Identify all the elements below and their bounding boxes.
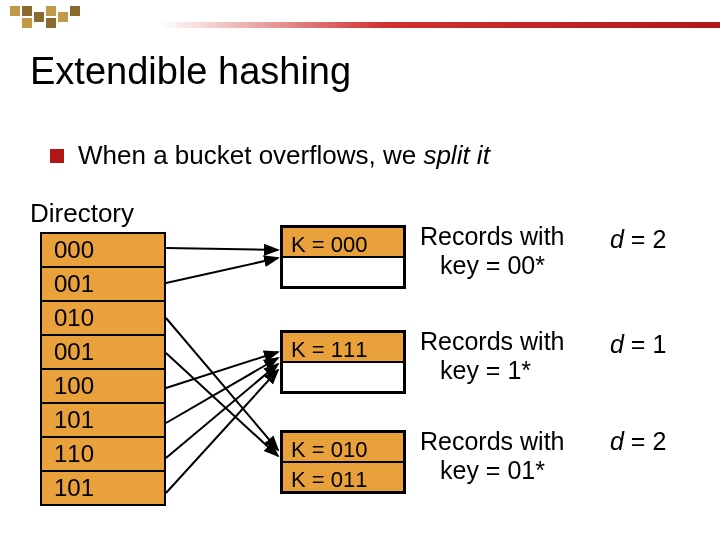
slide-title: Extendible hashing — [30, 50, 351, 93]
bucket-a-depth: d = 2 — [610, 225, 666, 254]
bucket-b-note: Records with key = 1* — [420, 327, 565, 385]
bucket-c: K = 010 K = 011 — [280, 430, 406, 494]
bucket-row — [283, 363, 403, 391]
bucket-row: K = 000 — [283, 228, 403, 258]
svg-line-5 — [166, 358, 278, 423]
dir-entry: 000 — [42, 234, 164, 268]
dir-entry: 100 — [42, 370, 164, 404]
bucket-row: K = 111 — [283, 333, 403, 363]
bucket-a-note: Records with key = 00* — [420, 222, 565, 280]
bucket-row: K = 011 — [283, 463, 403, 491]
dir-entry: 010 — [42, 302, 164, 336]
svg-line-3 — [166, 353, 278, 456]
bucket-c-depth: d = 2 — [610, 427, 666, 456]
svg-line-1 — [166, 258, 278, 283]
bucket-b: K = 111 — [280, 330, 406, 394]
bucket-row: K = 010 — [283, 433, 403, 463]
dir-entry: 101 — [42, 472, 164, 504]
dir-entry: 110 — [42, 438, 164, 472]
dir-entry: 001 — [42, 268, 164, 302]
bucket-b-depth: d = 1 — [610, 330, 666, 359]
bullet-text: When a bucket overflows, we split it — [78, 140, 490, 171]
bullet-row: When a bucket overflows, we split it — [50, 140, 490, 171]
svg-line-2 — [166, 318, 278, 450]
bucket-c-note: Records with key = 01* — [420, 427, 565, 485]
dir-entry: 001 — [42, 336, 164, 370]
dir-entry: 101 — [42, 404, 164, 438]
bucket-row — [283, 258, 403, 286]
bucket-a: K = 000 — [280, 225, 406, 289]
directory-label: Directory — [30, 198, 134, 229]
svg-line-0 — [166, 248, 278, 250]
svg-line-7 — [166, 370, 278, 493]
svg-line-4 — [166, 352, 278, 388]
square-bullet-icon — [50, 149, 64, 163]
directory-table: 000 001 010 001 100 101 110 101 — [40, 232, 166, 506]
header-decoration — [0, 0, 720, 40]
svg-line-6 — [166, 364, 278, 458]
